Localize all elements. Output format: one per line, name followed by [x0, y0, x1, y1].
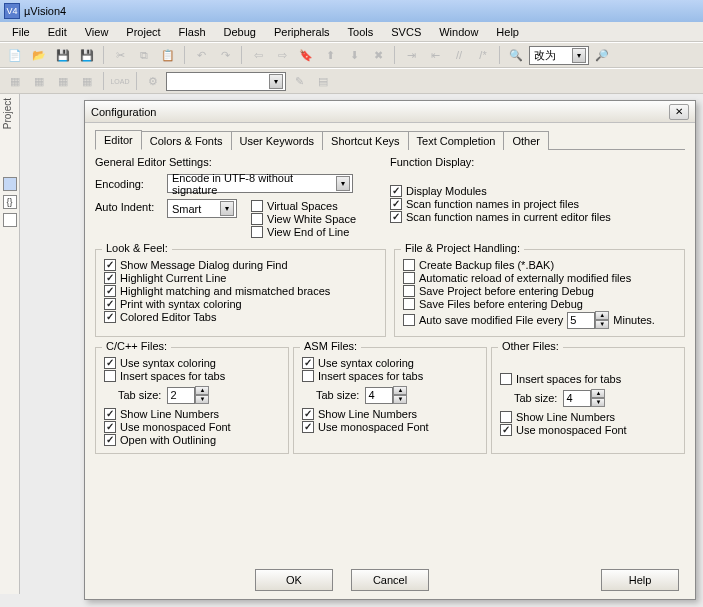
hilite-line-checkbox[interactable]: ✓: [104, 272, 116, 284]
menu-debug[interactable]: Debug: [216, 24, 264, 40]
asm-tabsize-spinner[interactable]: ▲▼: [365, 386, 407, 404]
colored-tabs-checkbox[interactable]: ✓: [104, 311, 116, 323]
view-white-checkbox[interactable]: [251, 213, 263, 225]
autosave-checkbox[interactable]: [403, 314, 415, 326]
msg-dialog-checkbox[interactable]: ✓: [104, 259, 116, 271]
save-icon[interactable]: 💾: [52, 45, 74, 65]
virtual-spaces-checkbox[interactable]: [251, 200, 263, 212]
spin-down-icon[interactable]: ▼: [591, 398, 605, 407]
bookmark-clear-icon[interactable]: ✖: [367, 45, 389, 65]
spin-down-icon[interactable]: ▼: [393, 395, 407, 404]
target-combo[interactable]: ▾: [166, 72, 286, 91]
close-icon[interactable]: ✕: [669, 104, 689, 120]
menu-window[interactable]: Window: [431, 24, 486, 40]
outdent-icon[interactable]: ⇤: [424, 45, 446, 65]
tab-user-keywords[interactable]: User Keywords: [232, 131, 324, 150]
copy-icon[interactable]: ⧉: [133, 45, 155, 65]
save-all-icon[interactable]: 💾: [76, 45, 98, 65]
autoindent-combo[interactable]: Smart ▾: [167, 199, 237, 218]
menu-help[interactable]: Help: [488, 24, 527, 40]
save-files-checkbox[interactable]: [403, 298, 415, 310]
spin-up-icon[interactable]: ▲: [591, 389, 605, 398]
paste-icon[interactable]: 📋: [157, 45, 179, 65]
nav-fwd-icon[interactable]: ⇨: [271, 45, 293, 65]
display-modules-checkbox[interactable]: ✓: [390, 185, 402, 197]
bookmark-next-icon[interactable]: ⬇: [343, 45, 365, 65]
chevron-down-icon[interactable]: ▾: [572, 48, 586, 63]
menu-edit[interactable]: Edit: [40, 24, 75, 40]
indent-icon[interactable]: ⇥: [400, 45, 422, 65]
options-icon[interactable]: ✎: [288, 71, 310, 91]
menu-view[interactable]: View: [77, 24, 117, 40]
tab-shortcut-keys[interactable]: Shortcut Keys: [323, 131, 408, 150]
project-tab[interactable]: Project: [0, 94, 15, 133]
asm-insert-tabs-checkbox[interactable]: [302, 370, 314, 382]
ccpp-syntax-checkbox[interactable]: ✓: [104, 357, 116, 369]
view-eol-checkbox[interactable]: [251, 226, 263, 238]
ccpp-mono-checkbox[interactable]: ✓: [104, 421, 116, 433]
spin-up-icon[interactable]: ▲: [195, 386, 209, 395]
other-mono-checkbox[interactable]: ✓: [500, 424, 512, 436]
asm-mono-checkbox[interactable]: ✓: [302, 421, 314, 433]
other-insert-tabs-checkbox[interactable]: [500, 373, 512, 385]
scan-editor-checkbox[interactable]: ✓: [390, 211, 402, 223]
tab-text-completion[interactable]: Text Completion: [409, 131, 505, 150]
cut-icon[interactable]: ✂: [109, 45, 131, 65]
spin-up-icon[interactable]: ▲: [595, 311, 609, 320]
menu-file[interactable]: File: [4, 24, 38, 40]
ok-button[interactable]: OK: [255, 569, 333, 591]
rebuild-icon[interactable]: ▦: [52, 71, 74, 91]
menu-tools[interactable]: Tools: [340, 24, 382, 40]
autosave-value[interactable]: [567, 312, 595, 329]
build-all-icon[interactable]: ▦: [28, 71, 50, 91]
new-file-icon[interactable]: 📄: [4, 45, 26, 65]
help-button[interactable]: Help: [601, 569, 679, 591]
autosave-spinner[interactable]: ▲▼: [567, 311, 609, 329]
batch-build-icon[interactable]: ▦: [76, 71, 98, 91]
menu-svcs[interactable]: SVCS: [383, 24, 429, 40]
tab-colors-fonts[interactable]: Colors & Fonts: [142, 131, 232, 150]
backup-checkbox[interactable]: [403, 259, 415, 271]
asm-syntax-checkbox[interactable]: ✓: [302, 357, 314, 369]
redo-icon[interactable]: ↷: [214, 45, 236, 65]
ccpp-outlining-checkbox[interactable]: ✓: [104, 434, 116, 446]
spin-down-icon[interactable]: ▼: [595, 320, 609, 329]
other-tabsize-spinner[interactable]: ▲▼: [563, 389, 605, 407]
chevron-down-icon[interactable]: ▾: [220, 201, 234, 216]
manage-icon[interactable]: ▤: [312, 71, 334, 91]
other-linenums-checkbox[interactable]: [500, 411, 512, 423]
menu-project[interactable]: Project: [118, 24, 168, 40]
find-combo[interactable]: 改为 ▾: [529, 46, 589, 65]
side-icon-braces[interactable]: {}: [3, 195, 17, 209]
chevron-down-icon[interactable]: ▾: [336, 176, 350, 191]
spin-down-icon[interactable]: ▼: [195, 395, 209, 404]
open-file-icon[interactable]: 📂: [28, 45, 50, 65]
spin-up-icon[interactable]: ▲: [393, 386, 407, 395]
ccpp-tabsize-spinner[interactable]: ▲▼: [167, 386, 209, 404]
encoding-combo[interactable]: Encode in UTF-8 without signature ▾: [167, 174, 353, 193]
comment-icon[interactable]: //: [448, 45, 470, 65]
asm-tabsize-value[interactable]: [365, 387, 393, 404]
side-icon-3[interactable]: [3, 213, 17, 227]
build-icon[interactable]: ▦: [4, 71, 26, 91]
tab-other[interactable]: Other: [504, 131, 549, 150]
cancel-button[interactable]: Cancel: [351, 569, 429, 591]
uncomment-icon[interactable]: /*: [472, 45, 494, 65]
ccpp-insert-tabs-checkbox[interactable]: [104, 370, 116, 382]
side-icon-1[interactable]: [3, 177, 17, 191]
scan-project-checkbox[interactable]: ✓: [390, 198, 402, 210]
nav-back-icon[interactable]: ⇦: [247, 45, 269, 65]
load-icon[interactable]: LOAD: [109, 71, 131, 91]
chevron-down-icon[interactable]: ▾: [269, 74, 283, 89]
other-tabsize-value[interactable]: [563, 390, 591, 407]
target-options-icon[interactable]: ⚙: [142, 71, 164, 91]
bookmark-icon[interactable]: 🔖: [295, 45, 317, 65]
undo-icon[interactable]: ↶: [190, 45, 212, 65]
find-icon[interactable]: 🔎: [591, 45, 613, 65]
bookmark-prev-icon[interactable]: ⬆: [319, 45, 341, 65]
asm-linenums-checkbox[interactable]: ✓: [302, 408, 314, 420]
tab-editor[interactable]: Editor: [95, 130, 142, 150]
find-folder-icon[interactable]: 🔍: [505, 45, 527, 65]
save-proj-checkbox[interactable]: [403, 285, 415, 297]
menu-flash[interactable]: Flash: [171, 24, 214, 40]
